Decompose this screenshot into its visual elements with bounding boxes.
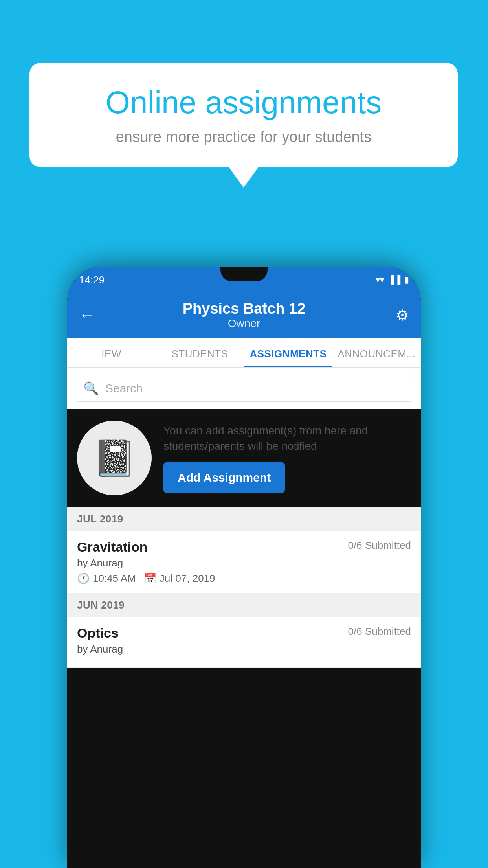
promo-text: You can add assignment(s) from here and … [163,423,411,454]
add-assignment-button[interactable]: Add Assignment [163,462,285,493]
assignment-row1-optics: Optics 0/6 Submitted [77,625,411,641]
tab-announcements[interactable]: ANNOUNCEM... [332,338,421,367]
bubble-title: Online assignments [53,85,434,121]
battery-icon: ▮ [404,275,409,285]
calendar-icon: 📅 [144,572,156,585]
assignment-meta: 🕐 10:45 AM 📅 Jul 07, 2019 [77,572,411,585]
assignment-item-optics[interactable]: Optics 0/6 Submitted by Anurag [67,617,421,668]
back-button[interactable]: ← [79,306,99,324]
month-header-jun: JUN 2019 [67,594,421,617]
header-title-block: Physics Batch 12 Owner [99,300,389,330]
assignment-item-gravitation[interactable]: Gravitation 0/6 Submitted by Anurag 🕐 10… [67,531,421,594]
status-time: 14:29 [79,274,105,286]
tab-students[interactable]: STUDENTS [156,338,244,367]
assignment-submitted: 0/6 Submitted [348,539,411,552]
notebook-icon: 📓 [92,438,136,479]
tab-iew[interactable]: IEW [67,338,156,367]
search-placeholder: Search [105,382,143,395]
assignment-by: by Anurag [77,557,411,569]
signal-icon: ▐▐ [388,275,400,285]
assignment-time-value: 10:45 AM [93,572,136,585]
promo-icon-circle: 📓 [77,421,152,495]
bubble-subtitle: ensure more practice for your students [53,129,434,145]
search-bar-container: 🔍 Search [67,368,421,409]
search-icon: 🔍 [83,381,99,396]
speech-bubble: Online assignments ensure more practice … [29,63,458,167]
phone-frame: 14:29 ▾▾ ▐▐ ▮ ← Physics Batch 12 Owner ⚙… [67,267,421,868]
assignment-submitted-optics: 0/6 Submitted [348,625,411,638]
status-icons: ▾▾ ▐▐ ▮ [376,275,409,285]
promo-right: You can add assignment(s) from here and … [163,423,411,493]
assignment-by-optics: by Anurag [77,643,411,655]
assignment-time: 🕐 10:45 AM [77,572,136,585]
search-bar[interactable]: 🔍 Search [75,375,413,402]
clock-icon: 🕐 [77,572,90,585]
assignment-name-optics: Optics [77,625,119,641]
assignment-row1: Gravitation 0/6 Submitted [77,539,411,555]
app-header: ← Physics Batch 12 Owner ⚙ [67,293,421,338]
tabs-bar: IEW STUDENTS ASSIGNMENTS ANNOUNCEM... [67,338,421,368]
month-header-jul: JUL 2019 [67,508,421,531]
settings-button[interactable]: ⚙ [389,307,409,324]
wifi-icon: ▾▾ [376,275,384,285]
status-bar: 14:29 ▾▾ ▐▐ ▮ [67,267,421,293]
promo-section: 📓 You can add assignment(s) from here an… [67,409,421,508]
notch [220,267,268,281]
assignment-date: 📅 Jul 07, 2019 [144,572,215,585]
assignment-date-value: Jul 07, 2019 [160,572,215,585]
tab-assignments[interactable]: ASSIGNMENTS [244,338,332,367]
assignment-name: Gravitation [77,539,147,555]
header-title: Physics Batch 12 [99,300,389,317]
header-subtitle: Owner [99,317,389,330]
promo-card: Online assignments ensure more practice … [29,63,458,167]
